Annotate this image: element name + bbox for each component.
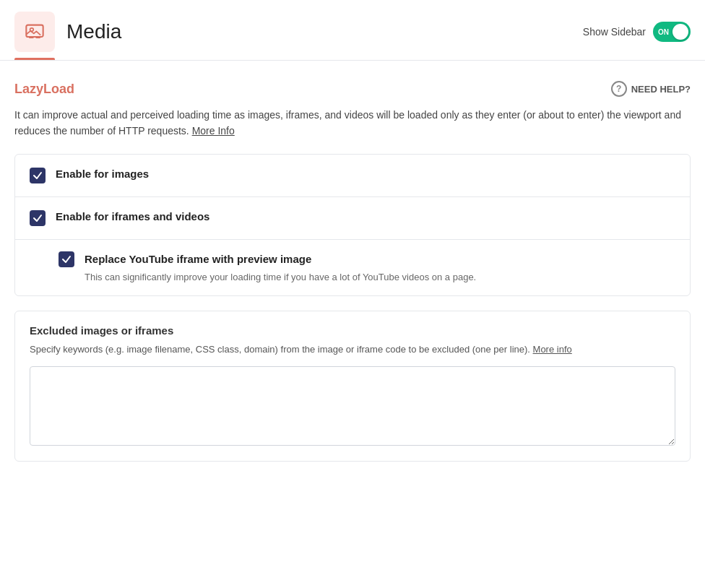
youtube-row: Replace YouTube iframe with preview imag… [15,240,690,295]
main-content: LazyLoad ? NEED HELP? It can improve act… [0,61,705,490]
youtube-checkbox[interactable] [59,251,74,267]
need-help-button[interactable]: ? NEED HELP? [611,81,691,97]
show-sidebar-label: Show Sidebar [583,26,646,38]
excluded-title: Excluded images or iframes [30,324,675,337]
images-row: Enable for images [15,155,690,197]
section-description: It can improve actual and perceived load… [14,107,691,139]
checkmark-icon [61,254,72,264]
checkmark-icon [33,170,43,181]
images-checkbox[interactable] [30,168,46,183]
tab-active-indicator [14,58,55,60]
sidebar-toggle[interactable]: ON [653,22,691,42]
page-header: Media Show Sidebar ON [0,0,705,52]
options-card: Enable for images Enable for iframes and… [14,154,691,296]
iframes-label: Enable for iframes and videos [56,210,209,222]
iframes-row: Enable for iframes and videos [15,197,690,240]
need-help-label: NEED HELP? [631,84,691,95]
section-header: LazyLoad ? NEED HELP? [14,81,691,97]
excluded-desc: Specify keywords (e.g. image filename, C… [30,342,675,357]
youtube-row-inner: Replace YouTube iframe with preview imag… [59,251,675,267]
toggle-label: ON [658,28,669,36]
toggle-knob [672,24,688,40]
excluded-more-info-link[interactable]: More info [533,344,572,355]
excluded-section: Excluded images or iframes Specify keywo… [15,311,690,462]
youtube-label: Replace YouTube iframe with preview imag… [85,253,311,265]
more-info-link[interactable]: More Info [192,125,235,137]
page-title: Media [66,20,121,43]
header-right: Show Sidebar ON [583,22,691,42]
media-icon-box [14,12,55,52]
checkmark-icon [33,213,43,223]
section-title: LazyLoad [14,82,74,97]
youtube-sublabel: This can significantly improve your load… [85,272,675,282]
need-help-icon: ? [611,81,627,97]
header-left: Media [14,12,121,52]
iframes-checkbox[interactable] [30,210,46,226]
images-label: Enable for images [56,168,149,180]
excluded-textarea[interactable] [30,366,675,446]
excluded-card: Excluded images or iframes Specify keywo… [14,311,691,462]
media-icon [25,22,45,42]
